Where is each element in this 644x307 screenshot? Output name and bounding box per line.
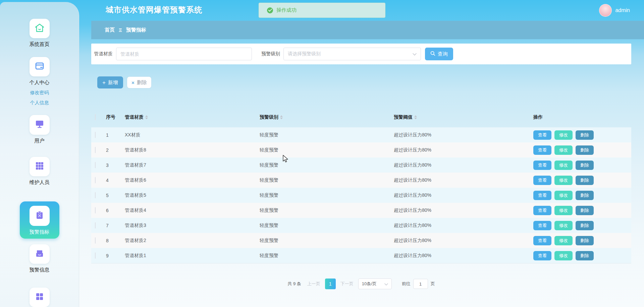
sidebar-link-personal-info[interactable]: 个人信息 bbox=[30, 100, 49, 106]
column-header-level[interactable]: 预警级别 bbox=[260, 114, 394, 120]
pagination-goto: 前往 页 bbox=[402, 279, 435, 289]
edit-button[interactable]: 修改 bbox=[554, 176, 573, 185]
row-checkbox[interactable] bbox=[95, 222, 96, 229]
row-checkbox[interactable] bbox=[95, 237, 96, 244]
row-delete-button[interactable]: 删除 bbox=[576, 236, 594, 245]
sidebar-item-label[interactable]: 系统首页 bbox=[30, 41, 50, 48]
row-checkbox[interactable] bbox=[95, 147, 96, 153]
edit-button[interactable]: 修改 bbox=[554, 130, 573, 140]
sidebar-link-change-password[interactable]: 修改密码 bbox=[30, 90, 49, 96]
breadcrumb-home[interactable]: 首页 bbox=[105, 27, 115, 33]
edit-button[interactable]: 修改 bbox=[554, 191, 573, 200]
edit-button[interactable]: 修改 bbox=[554, 221, 573, 230]
view-button[interactable]: 查看 bbox=[533, 191, 551, 200]
breadcrumb-separator-icon: Ξ bbox=[119, 27, 122, 33]
edit-button[interactable]: 修改 bbox=[554, 236, 573, 245]
pagination-total: 共 9 条 bbox=[287, 281, 301, 287]
delete-button[interactable]: × 删除 bbox=[127, 76, 152, 88]
row-delete-button[interactable]: 删除 bbox=[576, 206, 594, 215]
home-icon bbox=[35, 23, 45, 34]
user-box[interactable]: admin bbox=[599, 4, 630, 17]
row-delete-button[interactable]: 删除 bbox=[576, 221, 594, 230]
row-checkbox[interactable] bbox=[95, 162, 96, 168]
column-header-index: 序号 bbox=[106, 114, 125, 120]
sort-carets-icon[interactable] bbox=[145, 115, 148, 119]
row-delete-button[interactable]: 删除 bbox=[576, 191, 594, 200]
cell-level: 轻度预警 bbox=[260, 177, 394, 183]
view-button[interactable]: 查看 bbox=[533, 206, 551, 215]
row-delete-button[interactable]: 删除 bbox=[576, 176, 594, 185]
cell-material: 管道材质2 bbox=[125, 238, 260, 244]
edit-button[interactable]: 修改 bbox=[554, 161, 573, 170]
view-button[interactable]: 查看 bbox=[533, 251, 551, 260]
edit-button[interactable]: 修改 bbox=[554, 251, 573, 260]
table-body: 1 XX材质 轻度预警 超过设计压力80% 查看 修改 删除 2 管道材质8 轻… bbox=[91, 127, 631, 263]
select-all-checkbox[interactable] bbox=[95, 114, 96, 120]
cell-threshold: 超过设计压力80% bbox=[394, 162, 531, 168]
search-icon bbox=[430, 51, 435, 57]
row-delete-button[interactable]: 删除 bbox=[576, 145, 594, 155]
view-button[interactable]: 查看 bbox=[533, 236, 551, 245]
close-icon: × bbox=[131, 80, 135, 85]
view-button[interactable]: 查看 bbox=[533, 176, 551, 185]
table-row: 3 管道材质7 轻度预警 超过设计压力80% 查看 修改 删除 bbox=[91, 158, 631, 173]
goto-page-input[interactable] bbox=[413, 279, 428, 289]
breadcrumb-current: 预警指标 bbox=[126, 27, 146, 33]
toast-message: 操作成功 bbox=[276, 7, 297, 13]
sidebar-item-label[interactable]: 个人中心 bbox=[30, 79, 50, 86]
sidebar-item-more[interactable] bbox=[30, 288, 50, 307]
row-delete-button[interactable]: 删除 bbox=[576, 251, 594, 260]
cell-index: 6 bbox=[106, 208, 125, 213]
row-delete-button[interactable]: 删除 bbox=[576, 130, 594, 140]
sidebar-item-maintainers[interactable] bbox=[30, 157, 50, 176]
page-size-value: 10条/页 bbox=[362, 281, 377, 287]
sort-carets-icon[interactable] bbox=[414, 115, 417, 119]
sidebar-item-label: 预警指标 bbox=[30, 229, 50, 235]
cell-level: 轻度预警 bbox=[260, 238, 394, 244]
edit-button[interactable]: 修改 bbox=[554, 145, 573, 155]
sidebar-item-users[interactable] bbox=[30, 115, 50, 134]
row-checkbox[interactable] bbox=[95, 132, 96, 138]
column-header-operate: 操作 bbox=[531, 114, 631, 120]
pagination-next[interactable]: 下一页 bbox=[340, 281, 354, 287]
page-size-select[interactable]: 10条/页 bbox=[358, 279, 392, 289]
material-filter-input[interactable] bbox=[116, 48, 252, 60]
sort-carets-icon[interactable] bbox=[280, 115, 283, 119]
sidebar-item-warning-indicators-active[interactable]: 预警指标 bbox=[20, 201, 59, 239]
view-button[interactable]: 查看 bbox=[533, 145, 551, 155]
column-header-material[interactable]: 管道材质 bbox=[125, 114, 260, 120]
view-button[interactable]: 查看 bbox=[533, 161, 551, 170]
level-filter-select[interactable]: 请选择预警级别 bbox=[283, 48, 421, 60]
sidebar-item-home[interactable] bbox=[30, 19, 50, 38]
avatar[interactable] bbox=[599, 4, 612, 17]
query-button[interactable]: 查询 bbox=[425, 48, 453, 60]
sidebar-item-profile[interactable] bbox=[30, 57, 50, 76]
row-checkbox[interactable] bbox=[95, 207, 96, 213]
breadcrumb: 首页 Ξ 预警指标 bbox=[91, 21, 644, 39]
table-row: 4 管道材质6 轻度预警 超过设计压力80% 查看 修改 删除 bbox=[91, 173, 631, 188]
table-row: 2 管道材质8 轻度预警 超过设计压力80% 查看 修改 删除 bbox=[91, 142, 631, 158]
sidebar-item-label[interactable]: 预警信息 bbox=[30, 267, 50, 273]
row-delete-button[interactable]: 删除 bbox=[576, 161, 594, 170]
view-button[interactable]: 查看 bbox=[533, 130, 551, 140]
table-header-row: 序号 管道材质 预警级别 预警阈值 操作 bbox=[91, 107, 631, 127]
cell-level: 轻度预警 bbox=[260, 223, 394, 229]
row-checkbox[interactable] bbox=[95, 192, 96, 198]
sidebar-item-label[interactable]: 维护人员 bbox=[30, 179, 50, 186]
success-toast: 操作成功 bbox=[259, 3, 385, 18]
pagination-prev[interactable]: 上一页 bbox=[307, 281, 320, 287]
cell-material: 管道材质4 bbox=[125, 207, 260, 213]
archive-icon bbox=[35, 248, 45, 260]
column-header-threshold[interactable]: 预警阈值 bbox=[394, 114, 531, 120]
sidebar-item-label[interactable]: 用户 bbox=[35, 138, 45, 144]
row-checkbox[interactable] bbox=[95, 252, 96, 259]
edit-button[interactable]: 修改 bbox=[554, 206, 573, 215]
pagination-page-1[interactable]: 1 bbox=[325, 279, 336, 289]
row-checkbox[interactable] bbox=[95, 177, 96, 183]
material-filter-label: 管道材质 bbox=[94, 51, 113, 57]
add-button[interactable]: + 新增 bbox=[97, 76, 123, 88]
chevron-down-icon bbox=[413, 51, 417, 57]
sidebar-item-warning-info[interactable] bbox=[30, 244, 50, 264]
content-area: 管道材质 预警级别 请选择预警级别 查询 + 新增 bbox=[91, 44, 631, 289]
view-button[interactable]: 查看 bbox=[533, 221, 551, 230]
